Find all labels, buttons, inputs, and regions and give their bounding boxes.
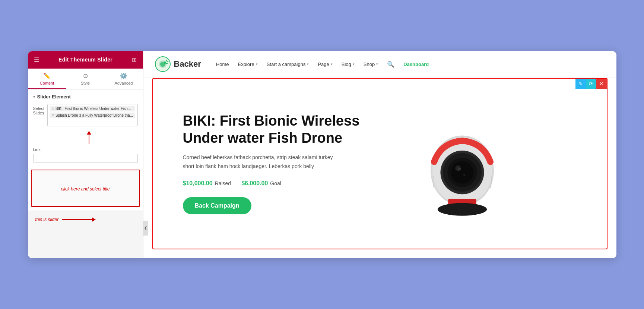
slides-tags-box[interactable]: × BIKI: First Bionic Wireless Under wate… [47,104,137,126]
overlay-icons: ✎ ⟳ ✕ [575,79,607,89]
slider-annotation-text: this is slider [35,217,59,222]
select-slides-container: SelectSlides × BIKI: First Bionic Wirele… [33,104,138,126]
tag-remove-1[interactable]: × [52,107,54,111]
panel-collapse-handle[interactable]: ❮ [143,221,148,236]
slider-element-header[interactable]: ▾ Slider Element [28,89,143,104]
nav-explore[interactable]: Explore ▾ [238,62,258,67]
blog-chevron: ▾ [353,62,355,66]
link-input[interactable] [33,154,138,163]
funding-row: $10,000.00 Raised $6,000.00 Goal [183,180,377,187]
content-tab-icon: ✏️ [43,72,51,79]
goal-amount: $6,000.00 [241,180,268,187]
logo-text: Backer [174,59,201,69]
slide-text: BIKI: First Bionic Wireless Under water … [183,113,377,214]
slide-image [391,100,533,227]
product-image [403,100,522,227]
main-layout: ☰ Edit Themeum Slider ⊞ ✏️ Content ⊙ Sty… [28,51,616,258]
explore-chevron: ▾ [256,62,258,66]
tab-style-label: Style [81,81,90,85]
site-nav: Backer Home Explore ▾ Start a campaigns … [143,51,616,78]
arrow-head-right [92,217,96,222]
style-tab-icon: ⊙ [83,72,88,79]
nav-shop[interactable]: Shop ▾ [364,62,378,67]
slider-element-label: Slider Element [37,94,71,100]
campaigns-chevron: ▾ [307,62,309,66]
click-annotation: click here and select title [61,186,110,192]
tab-content-label: Content [40,81,54,85]
goal-label: Goal [270,180,281,186]
nav-dashboard[interactable]: Dashboard [403,62,429,67]
select-slides-label: SelectSlides [33,104,45,115]
link-label: Link [33,147,138,152]
hero-slider: ✎ ⟳ ✕ BIKI: First Bionic Wireless Under … [152,78,607,249]
raised-label: Raised [215,180,231,186]
editor-header: ☰ Edit Themeum Slider ⊞ [28,51,143,69]
svg-point-16 [437,203,486,215]
nav-home[interactable]: Home [216,62,229,67]
grid-icon[interactable]: ⊞ [132,56,137,63]
edit-overlay-btn[interactable]: ✎ [575,79,586,89]
nav-start-campaigns[interactable]: Start a campaigns ▾ [267,62,309,67]
slide-description: Corned beef leberkas fatback porchetta, … [183,153,339,171]
slide-title: BIKI: First Bionic Wireless Under water … [183,113,377,146]
editor-tabs: ✏️ Content ⊙ Style ⚙️ Advanced [28,69,143,89]
hamburger-icon[interactable]: ☰ [34,56,39,63]
close-overlay-btn[interactable]: ✕ [596,79,607,89]
arrow-line-right [62,219,92,220]
link-group: Link [28,144,143,166]
advanced-tab-icon: ⚙️ [120,72,127,79]
shop-chevron: ▾ [376,62,378,66]
collapse-arrow-icon: ▾ [33,95,35,99]
tab-style[interactable]: ⊙ Style [66,69,105,89]
editor-panel: ☰ Edit Themeum Slider ⊞ ✏️ Content ⊙ Sty… [28,51,143,258]
nav-links: Home Explore ▾ Start a campaigns ▾ Page [216,61,605,68]
back-campaign-button[interactable]: Back Campaign [183,197,251,214]
tag-remove-2[interactable]: × [52,113,54,117]
site-logo: Backer [155,56,201,72]
tab-advanced[interactable]: ⚙️ Advanced [105,69,143,89]
tag-label-1: BIKI: First Bionic Wireless Under water … [55,107,131,111]
editor-title: Edit Themeum Slider [58,57,112,63]
tab-advanced-label: Advanced [115,81,133,85]
arrow-up-head [87,131,91,135]
content-area: Backer Home Explore ▾ Start a campaigns … [143,51,616,258]
slider-annotation-row: this is slider [28,211,143,228]
svg-line-4 [166,62,168,62]
nav-page[interactable]: Page ▾ [318,62,332,67]
page-chevron: ▾ [331,62,333,66]
search-icon[interactable]: 🔍 [387,61,394,68]
tab-content[interactable]: ✏️ Content [28,69,66,89]
app-window: ☰ Edit Themeum Slider ⊞ ✏️ Content ⊙ Sty… [28,51,616,258]
svg-point-11 [451,161,473,183]
tag-item-2: × Splash Drone 3 a Fully Waterproof Dron… [50,113,135,118]
slider-element-section: ▾ Slider Element SelectSlides × BIKI: Fi… [28,89,143,211]
svg-point-14 [463,174,465,176]
collapse-icon: ❮ [144,226,147,230]
logo-icon [155,56,171,72]
refresh-overlay-btn[interactable]: ⟳ [586,79,596,89]
website-frame: Backer Home Explore ▾ Start a campaigns … [143,51,616,258]
highlight-box: click here and select title [31,170,140,207]
svg-line-5 [166,63,168,64]
nav-blog[interactable]: Blog ▾ [342,62,355,67]
tag-label-2: Splash Drone 3 a Fully Waterproof Drone … [55,113,133,117]
funding-goal: $6,000.00 Goal [241,180,281,187]
arrow-up-line [89,135,89,144]
svg-point-13 [457,168,461,170]
slide-content: BIKI: First Bionic Wireless Under water … [153,79,607,249]
arrow-right-container [62,217,96,222]
raised-amount: $10,000.00 [183,180,213,187]
funding-raised: $10,000.00 Raised [183,180,231,187]
tag-item-1: × BIKI: First Bionic Wireless Under wate… [50,106,135,111]
